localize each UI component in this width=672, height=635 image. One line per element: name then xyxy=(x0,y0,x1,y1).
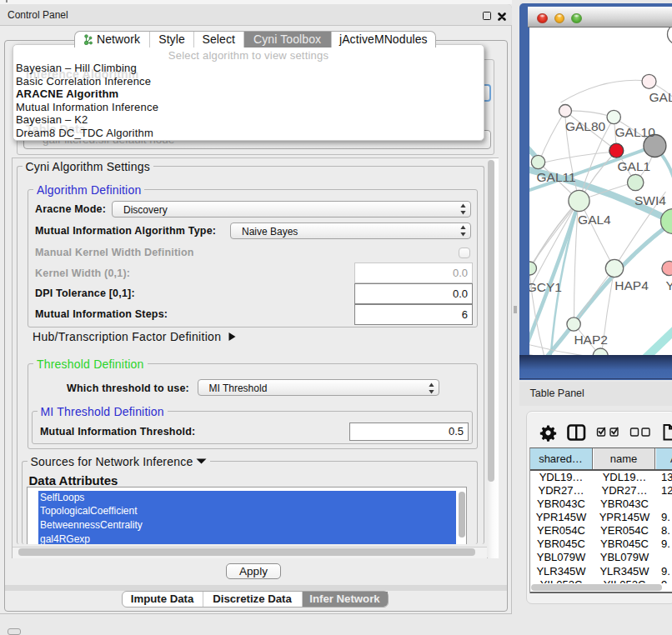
svg-text:GAL80: GAL80 xyxy=(564,119,605,133)
svg-text:GAL1: GAL1 xyxy=(617,159,650,173)
svg-text:GCY1: GCY1 xyxy=(529,280,562,294)
svg-text:GAL10: GAL10 xyxy=(614,125,655,139)
svg-text:GAL7: GAL7 xyxy=(649,90,672,104)
svg-text:GAL11: GAL11 xyxy=(536,170,575,184)
svg-text:YJ: YJ xyxy=(665,278,672,292)
svg-text:GAL4: GAL4 xyxy=(578,212,611,227)
svg-text:HAP4: HAP4 xyxy=(614,278,649,292)
svg-text:SWI4: SWI4 xyxy=(634,193,666,208)
svg-text:HAP2: HAP2 xyxy=(574,332,608,347)
